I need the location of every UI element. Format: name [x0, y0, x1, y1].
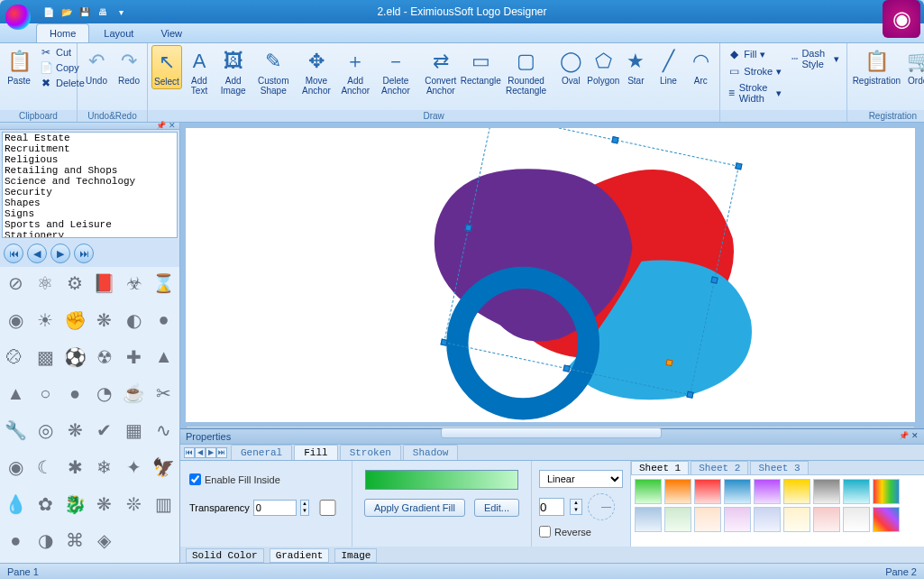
gradient-mode-select[interactable]: Linear	[539, 470, 623, 488]
swatch[interactable]	[635, 507, 662, 532]
subtab-gradient[interactable]: Gradient	[270, 548, 330, 563]
enable-fill-checkbox[interactable]: Enable Fill Inside	[189, 473, 343, 485]
reverse-checkbox[interactable]: Reverse	[539, 526, 623, 538]
swatch[interactable]	[873, 507, 900, 532]
swatch[interactable]	[664, 479, 691, 504]
pin-icon[interactable]: 📌 ✕	[156, 121, 176, 130]
star-button[interactable]: ★Star	[620, 45, 651, 87]
symbol-cell[interactable]: ⌘	[61, 526, 89, 555]
symbol-cell[interactable]: ◔	[91, 379, 119, 408]
symbol-cell[interactable]: ⚙	[61, 269, 89, 298]
tab-layout[interactable]: Layout	[91, 24, 146, 42]
sheet-3[interactable]: Sheet 3	[750, 461, 808, 474]
category-item[interactable]: Stationery	[3, 230, 177, 238]
dash-style-dropdown[interactable]: ┄Dash Style▾	[787, 47, 843, 70]
symbol-cell[interactable]: ◑	[32, 526, 59, 555]
apply-gradient-button[interactable]: Apply Gradient Fill	[364, 499, 465, 517]
symbol-cell[interactable]: ✔	[91, 416, 119, 445]
symbol-cell[interactable]: 🦅	[150, 453, 178, 482]
category-item[interactable]: Science and Technology	[3, 176, 177, 187]
symbol-cell[interactable]: ▲	[150, 343, 178, 372]
nav-last-button[interactable]: ⏭	[74, 244, 94, 263]
symbol-cell[interactable]: ●	[150, 306, 178, 335]
category-item[interactable]: Religious	[3, 154, 177, 165]
symbol-cell[interactable]: ✂	[150, 379, 178, 408]
rounded-rect-button[interactable]: ▢Rounded Rectangle	[499, 45, 553, 97]
order-button[interactable]: 🛒Order	[904, 45, 924, 87]
add-image-button[interactable]: 🖼Add Image	[216, 45, 250, 97]
custom-shape-button[interactable]: ✎Custom Shape	[252, 45, 295, 97]
symbol-cell[interactable]: ☾	[32, 453, 59, 482]
transparency-spin[interactable]: ▲▼	[300, 500, 309, 516]
select-button[interactable]: ↖Select	[151, 45, 182, 89]
properties-controls[interactable]: 📌 ✕	[899, 431, 919, 442]
symbol-cell[interactable]: ❄	[91, 453, 119, 482]
symbol-cell[interactable]: 💧	[2, 490, 30, 519]
symbol-cell[interactable]: ◉	[2, 453, 30, 482]
oval-button[interactable]: ◯Oval	[555, 45, 586, 87]
symbol-cell[interactable]: ☢	[91, 343, 119, 372]
swatch[interactable]	[783, 507, 810, 532]
symbol-cell[interactable]: ⌛	[150, 269, 178, 298]
symbol-cell[interactable]: ▲	[2, 379, 30, 408]
symbol-cell[interactable]: ✊	[61, 306, 89, 335]
swatch[interactable]	[694, 479, 721, 504]
qat-print-icon[interactable]: 🖶	[96, 5, 110, 19]
category-item[interactable]: Signs	[3, 208, 177, 219]
rectangle-button[interactable]: ▭Rectangle	[465, 45, 497, 87]
stroke-width-dropdown[interactable]: ≡Stroke Width▾	[724, 81, 785, 105]
symbol-cell[interactable]: ❋	[61, 416, 89, 445]
swatch[interactable]	[664, 507, 691, 532]
tab-fill[interactable]: Fill	[294, 445, 337, 460]
symbol-cell[interactable]: ❋	[91, 306, 119, 335]
symbol-cell[interactable]: 📕	[91, 269, 119, 298]
symbol-cell[interactable]: ◐	[120, 306, 148, 335]
symbol-cell[interactable]: ✱	[61, 453, 89, 482]
swatch[interactable]	[694, 507, 721, 532]
subtab-solid[interactable]: Solid Color	[186, 548, 264, 563]
registration-button[interactable]: 📋Registration	[851, 45, 902, 87]
sheet-2[interactable]: Sheet 2	[691, 461, 748, 474]
symbol-cell[interactable]: ▥	[150, 490, 178, 519]
symbol-cell[interactable]: ◈	[91, 526, 119, 555]
symbol-cell[interactable]: ⚛	[32, 269, 59, 298]
edit-gradient-button[interactable]: Edit...	[474, 499, 519, 517]
symbol-cell[interactable]: ∿	[150, 416, 178, 445]
symbol-cell[interactable]: ▦	[120, 416, 148, 445]
tab-shadow[interactable]: Shadow	[403, 445, 459, 460]
swatch[interactable]	[873, 479, 900, 504]
swatch[interactable]	[754, 507, 781, 532]
symbol-cell[interactable]: ☀	[32, 306, 59, 335]
undo-button[interactable]: ↶Undo	[81, 45, 112, 87]
nav-next-button[interactable]: ▶	[50, 244, 70, 263]
tab-general[interactable]: General	[231, 445, 292, 460]
angle-spin[interactable]: ▲▼	[570, 499, 582, 515]
qat-new-icon[interactable]: 📄	[41, 5, 56, 19]
nav-first-button[interactable]: ⏮	[4, 244, 23, 263]
category-list[interactable]: Real EstateRecruitmentReligiousRetailing…	[2, 132, 178, 238]
angle-dial[interactable]	[588, 493, 615, 520]
swatch[interactable]	[754, 479, 781, 504]
swatch[interactable]	[813, 507, 840, 532]
tab-view[interactable]: View	[148, 24, 195, 42]
category-item[interactable]: Security	[3, 187, 177, 198]
category-item[interactable]: Real Estate	[3, 133, 177, 143]
tab-stroken[interactable]: Stroken	[340, 445, 401, 460]
symbol-cell[interactable]: ●	[61, 379, 89, 408]
swatch[interactable]	[813, 479, 840, 504]
qat-open-icon[interactable]: 📂	[59, 5, 74, 19]
swatch[interactable]	[843, 507, 870, 532]
category-item[interactable]: Recruitment	[3, 143, 177, 154]
angle-field[interactable]	[539, 498, 564, 516]
app-icon[interactable]	[5, 5, 31, 30]
symbol-cell[interactable]: ◎	[32, 416, 59, 445]
transparency-check[interactable]	[313, 500, 343, 516]
category-item[interactable]: Retailing and Shops	[3, 165, 177, 176]
canvas[interactable]	[186, 128, 915, 422]
symbol-cell[interactable]: 🔧	[2, 416, 30, 445]
tab-home[interactable]: Home	[36, 23, 89, 42]
symbol-cell[interactable]: ⛒	[2, 343, 30, 372]
swatch[interactable]	[724, 507, 751, 532]
symbol-cell[interactable]: ❊	[120, 490, 148, 519]
symbol-cell[interactable]: ◉	[2, 306, 30, 335]
